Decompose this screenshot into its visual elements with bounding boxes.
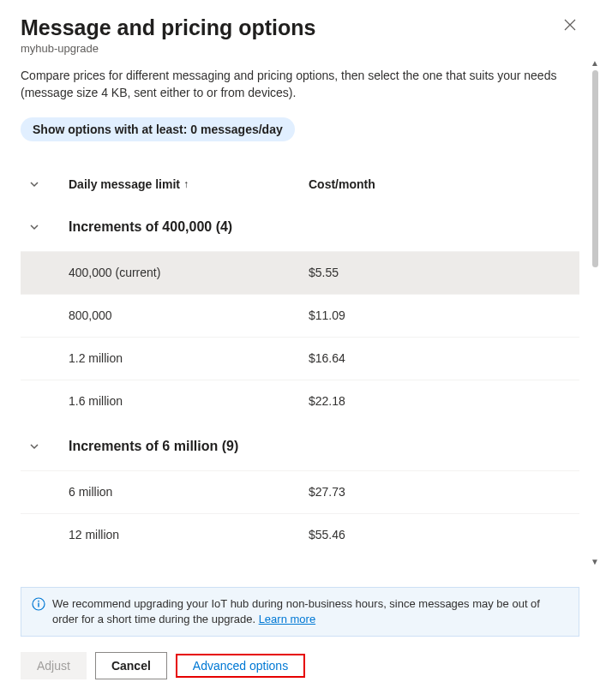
table-row[interactable]: 800,000 $11.09 bbox=[21, 294, 579, 337]
column-header-cost[interactable]: Cost/month bbox=[309, 177, 579, 191]
cell-cost: $55.46 bbox=[309, 528, 579, 541]
svg-rect-2 bbox=[38, 602, 39, 607]
learn-more-link[interactable]: Learn more bbox=[259, 613, 315, 625]
scrollbar-thumb[interactable] bbox=[592, 70, 598, 267]
expand-all-chevron-icon[interactable] bbox=[29, 179, 39, 189]
advanced-options-link[interactable]: Advanced options bbox=[184, 654, 297, 678]
cell-cost: $5.55 bbox=[309, 266, 579, 279]
scroll-region: Compare prices for different messaging a… bbox=[21, 67, 579, 582]
cell-limit: 6 million bbox=[69, 485, 309, 499]
sort-ascending-icon: ↑ bbox=[183, 178, 189, 190]
description-text: Compare prices for different messaging a… bbox=[21, 67, 579, 102]
table-row[interactable]: 1.2 million $16.64 bbox=[21, 337, 579, 380]
table-row[interactable]: 6 million $27.73 bbox=[21, 470, 579, 513]
close-button[interactable] bbox=[561, 15, 579, 34]
cell-limit: 1.2 million bbox=[69, 351, 309, 365]
column-header-limit[interactable]: Daily message limit ↑ bbox=[69, 177, 309, 191]
cell-limit: 1.6 million bbox=[69, 394, 309, 408]
table-row[interactable]: 12 million $55.46 bbox=[21, 513, 579, 556]
pricing-table: Daily message limit ↑ Cost/month Increme… bbox=[21, 165, 579, 556]
cell-limit: 800,000 bbox=[69, 308, 309, 322]
cell-cost: $16.64 bbox=[309, 351, 579, 365]
group-header[interactable]: Increments of 400,000 (4) bbox=[21, 203, 579, 251]
cancel-button[interactable]: Cancel bbox=[95, 652, 167, 679]
scroll-up-arrow-icon[interactable]: ▲ bbox=[591, 58, 599, 68]
close-icon bbox=[564, 19, 576, 31]
svg-point-1 bbox=[38, 600, 39, 601]
info-text-wrap: We recommend upgrading your IoT hub duri… bbox=[52, 596, 568, 627]
column-header-limit-label: Daily message limit bbox=[69, 177, 180, 191]
chevron-down-icon bbox=[29, 441, 39, 452]
group-label: Increments of 6 million (9) bbox=[69, 439, 238, 454]
chevron-down-icon bbox=[29, 222, 39, 232]
group-header[interactable]: Increments of 6 million (9) bbox=[21, 422, 579, 470]
footer: Adjust Cancel Advanced options bbox=[21, 637, 579, 700]
group-label: Increments of 400,000 (4) bbox=[69, 219, 232, 235]
highlight-annotation: Advanced options bbox=[176, 654, 305, 678]
table-row[interactable]: 400,000 (current) $5.55 bbox=[21, 251, 579, 294]
cell-cost: $27.73 bbox=[309, 485, 579, 499]
cell-limit: 400,000 (current) bbox=[69, 266, 309, 279]
resource-name: myhub-upgrade bbox=[21, 42, 579, 55]
table-header-row: Daily message limit ↑ Cost/month bbox=[21, 165, 579, 203]
table-row[interactable]: 1.6 million $22.18 bbox=[21, 380, 579, 422]
adjust-button: Adjust bbox=[21, 652, 87, 679]
scrollbar[interactable] bbox=[592, 70, 598, 550]
cell-cost: $11.09 bbox=[309, 308, 579, 322]
info-message-bar: We recommend upgrading your IoT hub duri… bbox=[21, 587, 579, 637]
cell-limit: 12 million bbox=[69, 528, 309, 541]
info-icon bbox=[32, 596, 45, 615]
cell-cost: $22.18 bbox=[309, 394, 579, 408]
scroll-down-arrow-icon[interactable]: ▼ bbox=[591, 557, 599, 566]
filter-pill[interactable]: Show options with at least: 0 messages/d… bbox=[21, 117, 295, 141]
page-title: Message and pricing options bbox=[21, 15, 316, 40]
